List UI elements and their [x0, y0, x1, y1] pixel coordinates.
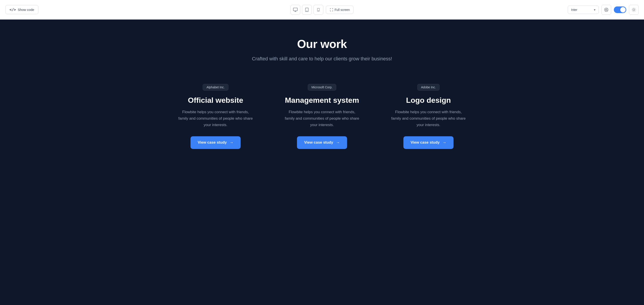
card-1: Alphabet Inc. Official website Flowbite … — [167, 80, 264, 153]
section-subtitle: Crafted with skill and care to help our … — [252, 56, 392, 62]
card-2-badge: Microsoft Corp. — [308, 84, 336, 91]
code-icon: </> — [10, 8, 16, 12]
section-title: Our work — [297, 37, 347, 51]
card-1-view-button[interactable]: View case study → — [190, 136, 240, 149]
card-3-view-button[interactable]: View case study → — [404, 136, 453, 149]
card-1-badge: Alphabet Inc. — [203, 84, 228, 91]
card-3-title: Logo design — [406, 96, 451, 105]
card-2-button-label: View case study — [304, 140, 333, 145]
toolbar: </> Show code Full s — [0, 0, 644, 20]
svg-line-20 — [635, 8, 635, 9]
svg-point-10 — [607, 10, 608, 11]
card-3-description: Flowbite helps you connect with friends,… — [391, 109, 466, 128]
fullscreen-icon — [330, 8, 333, 12]
svg-line-15 — [632, 8, 633, 9]
svg-point-7 — [604, 8, 608, 12]
svg-point-6 — [318, 11, 318, 11]
card-1-description: Flowbite helps you connect with friends,… — [178, 109, 253, 128]
toggle-thumb — [620, 7, 626, 13]
main-content: Our work Crafted with skill and care to … — [0, 20, 644, 305]
fullscreen-label: Full screen — [335, 8, 350, 12]
toolbar-right-controls: Inter ▾ — [568, 5, 639, 15]
arrow-right-icon-3: → — [442, 140, 446, 145]
desktop-icon — [293, 7, 298, 12]
arrow-right-icon-1: → — [230, 140, 234, 145]
sun-icon — [632, 8, 636, 12]
font-selector[interactable]: Inter ▾ — [568, 6, 599, 14]
font-selected-label: Inter — [571, 8, 577, 12]
cards-grid: Alphabet Inc. Official website Flowbite … — [167, 80, 477, 153]
svg-point-8 — [605, 9, 606, 10]
svg-point-4 — [307, 11, 307, 11]
palette-button[interactable] — [602, 5, 611, 15]
card-2-view-button[interactable]: View case study → — [297, 136, 347, 149]
svg-point-11 — [606, 10, 606, 11]
tablet-icon — [305, 7, 309, 12]
chevron-down-icon: ▾ — [594, 8, 596, 12]
theme-toggle[interactable] — [614, 7, 626, 13]
card-2-description: Flowbite helps you connect with friends,… — [284, 109, 360, 128]
mobile-view-button[interactable] — [314, 5, 323, 15]
fullscreen-button[interactable]: Full screen — [326, 6, 354, 14]
palette-icon — [604, 8, 608, 12]
card-2: Microsoft Corp. Management system Flowbi… — [273, 80, 371, 153]
viewport-controls: Full screen — [290, 5, 354, 15]
show-code-button[interactable]: </> Show code — [5, 5, 38, 14]
card-3-badge: Adobe Inc. — [417, 84, 440, 91]
arrow-right-icon-2: → — [336, 140, 340, 145]
svg-rect-0 — [294, 8, 298, 11]
card-3-button-label: View case study — [410, 140, 440, 145]
card-3: Adobe Inc. Logo design Flowbite helps yo… — [380, 80, 477, 153]
card-1-title: Official website — [188, 96, 243, 105]
sun-button[interactable] — [629, 5, 639, 15]
show-code-label: Show code — [18, 8, 34, 12]
card-2-title: Management system — [285, 96, 359, 105]
mobile-icon — [317, 7, 320, 12]
svg-point-12 — [633, 9, 635, 11]
card-1-button-label: View case study — [198, 140, 227, 145]
svg-line-16 — [635, 11, 635, 11]
svg-point-9 — [606, 9, 607, 9]
desktop-view-button[interactable] — [290, 5, 300, 15]
tablet-view-button[interactable] — [302, 5, 312, 15]
svg-line-19 — [632, 11, 633, 11]
